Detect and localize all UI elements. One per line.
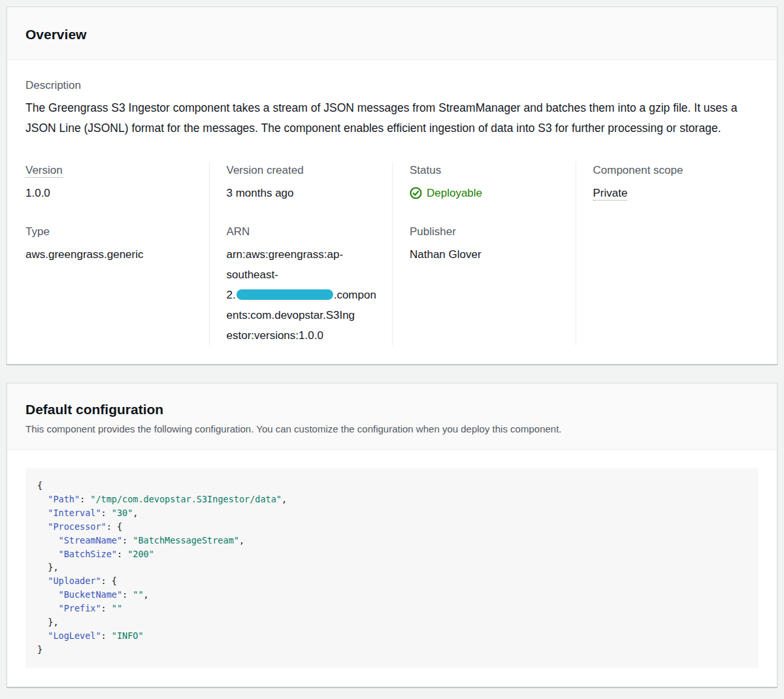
version-value: 1.0.0 (25, 183, 193, 203)
default-configuration-title: Default configuration (25, 400, 759, 419)
description-label: Description (25, 77, 759, 94)
arn-line: 2. (227, 289, 236, 301)
arn-line: ents:com.devopstar.S3Ing (227, 309, 355, 321)
arn-label: ARN (227, 223, 377, 240)
check-circle-icon (410, 187, 422, 199)
default-configuration-header: Default configuration This component pro… (7, 383, 777, 450)
field-type: Type aws.greengrass.generic (25, 223, 193, 265)
overview-field-grid: Version 1.0.0 Type aws.greengrass.generi… (25, 162, 759, 346)
field-version-created: Version created 3 months ago (227, 162, 377, 223)
version-label[interactable]: Version (25, 162, 193, 179)
description-text: The Greengrass S3 Ingestor component tak… (25, 98, 759, 138)
default-configuration-card: Default configuration This component pro… (7, 383, 777, 687)
component-scope-tooltip-trigger[interactable]: Private (593, 187, 628, 201)
default-configuration-body: { "Path": "/tmp/com.devopstar.S3Ingestor… (7, 450, 777, 687)
version-created-value: 3 months ago (227, 183, 377, 203)
arn-line: estor:versions:1.0.0 (227, 329, 323, 342)
status-label: Status (410, 162, 560, 179)
arn-line: southeast- (227, 268, 278, 281)
overview-card-body: Description The Greengrass S3 Ingestor c… (7, 60, 777, 364)
arn-value: arn:aws:greengrass:ap- southeast- 2..com… (227, 244, 377, 346)
overview-card-header: Overview (7, 7, 777, 60)
field-component-scope: Component scope Private (593, 162, 743, 223)
publisher-value: Nathan Glover (410, 244, 560, 265)
column-2: Version created 3 months ago ARN arn:aws… (209, 162, 393, 346)
publisher-label: Publisher (410, 223, 560, 240)
overview-card: Overview Description The Greengrass S3 I… (7, 7, 777, 365)
arn-line: arn:aws:greengrass:ap- (227, 248, 344, 261)
version-created-label: Version created (227, 162, 377, 179)
overview-title: Overview (25, 25, 759, 44)
type-label: Type (25, 223, 193, 240)
status-badge: Deployable (410, 183, 560, 203)
version-tooltip-trigger[interactable]: Version (25, 164, 63, 178)
config-code-block: { "Path": "/tmp/com.devopstar.S3Ingestor… (25, 468, 759, 668)
field-publisher: Publisher Nathan Glover (410, 223, 560, 265)
redacted-account-id-pill (237, 289, 333, 300)
status-text: Deployable (427, 183, 482, 203)
default-configuration-subtitle: This component provides the following co… (25, 422, 759, 436)
config-code: { "Path": "/tmp/com.devopstar.S3Ingestor… (37, 480, 287, 655)
component-scope-label: Component scope (593, 162, 743, 179)
field-arn: ARN arn:aws:greengrass:ap- southeast- 2.… (227, 223, 377, 346)
column-4: Component scope Private (576, 162, 759, 346)
arn-line: .compon (334, 289, 376, 301)
column-1: Version 1.0.0 Type aws.greengrass.generi… (25, 162, 209, 346)
type-value: aws.greengrass.generic (25, 244, 193, 265)
field-status: Status Deployable (410, 162, 560, 223)
field-version: Version 1.0.0 (25, 162, 193, 223)
component-scope-value[interactable]: Private (593, 183, 743, 203)
column-3: Status Deployable Publisher Nathan Glo (392, 162, 576, 346)
